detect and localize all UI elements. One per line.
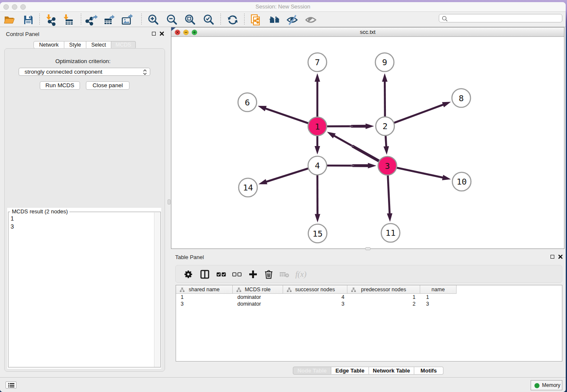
table-tabs: Node TableEdge TableNetwork TableMotifs <box>293 367 443 375</box>
vertical-divider-grip[interactable] <box>168 199 171 204</box>
graph-node-15[interactable]: 15 <box>308 224 327 243</box>
frame-corner-decoration <box>171 28 176 31</box>
memory-button[interactable]: Memory <box>531 380 562 390</box>
control-panel-float-icon[interactable] <box>152 32 156 36</box>
network-graph[interactable]: 1234678910111415 <box>171 37 564 248</box>
horizontal-divider-grip[interactable] <box>365 247 371 250</box>
close-panel-button[interactable]: Close panel <box>86 81 129 90</box>
table-panel-float-icon[interactable] <box>550 255 554 259</box>
cell-shared-name[interactable]: 3 <box>176 301 233 307</box>
select-all-icon[interactable] <box>215 268 228 281</box>
add-column-icon[interactable] <box>247 268 259 281</box>
cell-successor-nodes[interactable]: 3 <box>283 301 347 307</box>
cell-MCDS-role[interactable]: dominator <box>233 294 283 301</box>
table-row[interactable]: 3dominator323 <box>176 301 562 307</box>
graph-node-1[interactable]: 1 <box>308 117 327 136</box>
toolbar-separator <box>244 14 245 25</box>
tab-mcds[interactable]: MCDS <box>111 41 136 49</box>
window-titlebar: Session: New Session <box>0 2 566 12</box>
graph-node-6[interactable]: 6 <box>238 93 257 112</box>
mcds-result-panel: MCDS result (2 nodes) 1 3 <box>7 208 161 369</box>
network-canvas[interactable]: 1234678910111415 <box>171 37 564 248</box>
save-session-icon[interactable] <box>22 13 35 26</box>
column-header-predecessor-nodes[interactable]: predecessor nodes <box>347 285 420 294</box>
zoom-selected-icon[interactable] <box>202 13 215 26</box>
mcds-result-border <box>8 212 161 367</box>
toolbar-separator <box>220 14 221 25</box>
delete-column-icon[interactable] <box>262 268 275 281</box>
column-header-successor-nodes[interactable]: successor nodes <box>283 285 347 294</box>
first-neighbors-icon[interactable] <box>268 13 281 26</box>
graph-node-2[interactable]: 2 <box>376 117 394 135</box>
column-header-MCDS-role[interactable]: MCDS role <box>233 285 283 294</box>
table-row[interactable]: 1dominator411 <box>176 294 562 301</box>
control-panel-close-icon[interactable] <box>160 31 164 36</box>
criterion-value: strongly connected component <box>25 69 102 75</box>
mcds-result-title: MCDS result (2 nodes) <box>10 208 69 215</box>
criterion-select[interactable]: strongly connected component <box>19 68 150 76</box>
node-table[interactable]: shared nameMCDS rolesuccessor nodesprede… <box>176 285 562 362</box>
graph-node-4[interactable]: 4 <box>308 156 327 175</box>
graph-node-14[interactable]: 14 <box>239 178 257 197</box>
apply-layout-icon[interactable] <box>226 13 239 26</box>
graph-node-10[interactable]: 10 <box>452 172 471 191</box>
column-header-name[interactable]: name <box>420 285 457 294</box>
run-mcds-button[interactable]: Run MCDS <box>40 81 80 90</box>
import-network-icon[interactable] <box>44 13 58 26</box>
export-network-icon[interactable] <box>85 13 99 26</box>
export-table-icon[interactable] <box>103 13 116 26</box>
export-image-icon[interactable] <box>121 13 134 26</box>
tab-network-table[interactable]: Network Table <box>369 367 414 375</box>
tab-edge-table[interactable]: Edge Table <box>331 367 369 375</box>
split-column-icon[interactable] <box>198 268 211 281</box>
search-icon <box>442 16 448 22</box>
graph-node-3[interactable]: 3 <box>378 157 397 175</box>
cell-predecessor-nodes[interactable]: 1 <box>347 294 420 301</box>
tab-select[interactable]: Select <box>86 41 111 49</box>
svg-text:2: 2 <box>383 121 388 131</box>
search-input[interactable] <box>449 15 559 22</box>
search-field[interactable] <box>439 14 562 22</box>
toolbar-separator <box>81 14 81 25</box>
mcds-result-text[interactable]: 1 3 <box>11 215 14 230</box>
clone-network-icon[interactable] <box>249 13 263 26</box>
open-session-icon[interactable] <box>3 13 16 26</box>
result-scrollbar[interactable] <box>154 213 160 367</box>
gear-icon[interactable] <box>182 268 195 281</box>
svg-text:14: 14 <box>243 182 253 193</box>
zoom-out-icon[interactable] <box>165 13 179 26</box>
zoom-fit-icon[interactable] <box>183 13 197 26</box>
column-header-shared-name[interactable]: shared name <box>176 285 233 294</box>
function-builder-icon[interactable]: f(x) <box>293 268 306 281</box>
tab-style[interactable]: Style <box>64 41 86 49</box>
show-details-icon[interactable] <box>304 13 318 26</box>
tab-motifs[interactable]: Motifs <box>414 367 443 375</box>
svg-text:9: 9 <box>382 57 387 67</box>
svg-text:3: 3 <box>385 161 390 171</box>
cell-MCDS-role[interactable]: dominator <box>233 301 283 307</box>
cell-shared-name[interactable]: 1 <box>176 294 233 301</box>
graph-node-9[interactable]: 9 <box>375 53 394 72</box>
graph-node-11[interactable]: 11 <box>381 224 400 242</box>
svg-text:8: 8 <box>459 93 464 103</box>
cell-predecessor-nodes[interactable]: 2 <box>347 301 420 307</box>
graph-node-8[interactable]: 8 <box>452 89 471 108</box>
zoom-in-icon[interactable] <box>146 13 160 26</box>
import-table-icon[interactable] <box>61 13 75 26</box>
deselect-all-icon[interactable] <box>231 268 243 281</box>
tab-node-table[interactable]: Node Table <box>293 367 331 375</box>
table-panel-close-icon[interactable] <box>558 254 563 259</box>
task-list-icon <box>8 383 14 388</box>
graph-node-7[interactable]: 7 <box>308 53 327 72</box>
tab-network[interactable]: Network <box>33 41 64 49</box>
cell-successor-nodes[interactable]: 4 <box>283 294 347 301</box>
network-frame-titlebar[interactable]: scc.txt <box>171 28 564 37</box>
task-history-button[interactable] <box>6 381 17 389</box>
cell-name[interactable]: 3 <box>420 301 457 307</box>
svg-text:10: 10 <box>457 177 467 187</box>
cell-name[interactable]: 1 <box>420 294 457 301</box>
hide-details-icon[interactable] <box>286 13 299 26</box>
toolbar-separator <box>39 14 40 25</box>
column-label: successor nodes <box>283 285 347 294</box>
delete-table-icon[interactable] <box>278 268 291 281</box>
